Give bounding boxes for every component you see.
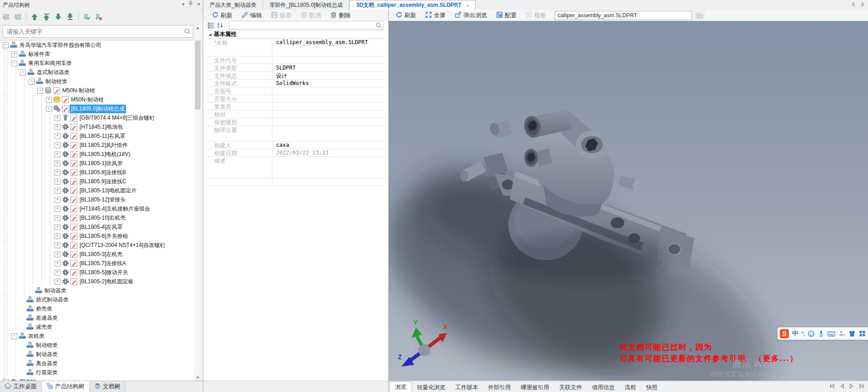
account-icon[interactable] (838, 330, 845, 337)
bottom-tab-home[interactable]: 工作桌面 (0, 381, 42, 392)
keyboard-icon[interactable] (828, 331, 835, 337)
tree-item-label[interactable]: [HT1845.1]电池包 (78, 123, 124, 131)
tree-row[interactable]: 行星架类 (0, 368, 195, 377)
tree-item-label[interactable]: 制动器类 (43, 286, 68, 295)
tree-expander-expand-icon[interactable]: + (55, 124, 60, 130)
viewer-tab[interactable]: 快照 (641, 383, 662, 392)
tree-row[interactable]: +[BL1805-10]右机壳 (0, 213, 195, 222)
tree-expander-expand-icon[interactable]: + (55, 215, 60, 221)
popup-button[interactable]: 弹出浏览 (451, 10, 491, 20)
edit-button[interactable]: 编辑 (237, 10, 266, 20)
tree-expander-expand-icon[interactable]: + (55, 179, 60, 185)
tree-row[interactable]: +[BL1805.7]连接线A (0, 259, 195, 268)
tree-row[interactable]: 鼓式制动器类 (0, 295, 195, 304)
tree-expander-expand-icon[interactable]: + (55, 261, 60, 266)
tree-item-label[interactable]: [BL1805.1]电机(18V) (78, 150, 131, 159)
property-value[interactable]: caxa (272, 141, 385, 149)
tree-row[interactable]: +[QC/T713-2004 NST4×14]自攻螺钉 (0, 241, 195, 250)
viewer-tab[interactable]: 轻量化浏览 (412, 383, 451, 392)
tab-scroll-right-icon[interactable] (861, 2, 865, 8)
tree-item-label[interactable]: 乘用车和商用车类 (27, 59, 73, 68)
tree-item-label[interactable]: [BL1805-3]左机壳 (78, 250, 124, 259)
viewer-tab[interactable]: 流程 (620, 383, 641, 392)
tree-row[interactable]: +[BL1805.8]连接线B (0, 168, 195, 177)
section-header[interactable]: ◢ 基本属性 (207, 30, 385, 39)
tree-item-label[interactable]: [BL1805.7]连接线A (78, 259, 127, 268)
tree-item-label[interactable]: 制动钳类 (44, 77, 69, 86)
tree-row[interactable]: +[BL1805-13]电机固定片 (0, 186, 195, 195)
tree-expander-expand-icon[interactable]: + (55, 133, 60, 139)
property-value[interactable]: calliper_assembly_asm.SLDPRT (272, 39, 385, 56)
property-value[interactable] (272, 95, 385, 102)
tree-item-label[interactable]: 差速器类 (35, 314, 59, 322)
tree-row[interactable]: +[BL1805-12]管接头 (0, 195, 195, 204)
tree-row[interactable]: −制动钳类 (0, 77, 195, 86)
tree-item-label[interactable]: M50N-制动钳 (61, 86, 96, 95)
tree-item-label[interactable]: 行星架类 (35, 368, 59, 377)
property-value[interactable] (272, 118, 385, 126)
scroll-down-icon[interactable]: ▼ (194, 375, 201, 381)
tree-item-label[interactable]: [BL1805-4]左风罩 (78, 223, 124, 231)
tree-row[interactable]: +[BL1805.9]连接线C (0, 177, 195, 186)
property-value[interactable]: 2022/03/22 13:13 (272, 149, 385, 156)
tree-item-label[interactable]: [QC/T713-2004 NST4×14]自攻螺钉 (78, 241, 166, 250)
tree-expander-collapse-icon[interactable]: − (37, 88, 43, 94)
tree-item-label[interactable]: [BL1805.8]连接线B (78, 168, 127, 177)
panel-dropdown-icon[interactable]: ▾ (182, 1, 185, 7)
tree-item-label[interactable]: [BL1805-11]右风罩 (78, 132, 127, 141)
tree-row[interactable]: +[GB/T9074.4 M4×8]三组合螺钉 (0, 113, 195, 122)
tree-expander-expand-icon[interactable]: + (55, 279, 60, 285)
select-all-icon[interactable] (82, 12, 92, 22)
tree-row[interactable]: +[HT1845.4]主机接触片座组合 (0, 204, 195, 213)
tree-row[interactable]: +[BL1805-6]开关推钮 (0, 231, 195, 241)
document-tab[interactable]: 3D文档_calliper_assembly_asm.SLDPRT× (349, 0, 476, 10)
scroll-up-icon[interactable]: ▲ (194, 25, 201, 31)
tree-expander-expand-icon[interactable]: + (55, 188, 60, 194)
tree-row[interactable]: +[BL1805-1]吹风管 (0, 159, 195, 168)
tree-expander-expand-icon[interactable]: + (55, 170, 60, 176)
close-tab-icon[interactable]: × (466, 3, 469, 8)
bottom-tab-tree[interactable]: 产品结构树 (42, 381, 90, 392)
tree-row[interactable]: 制动钳类 (0, 341, 195, 350)
viewer-tab[interactable]: 外部引用 (483, 383, 516, 392)
tree-item-label[interactable]: 制动器类 (35, 350, 59, 359)
tree-row[interactable]: +[BL1805-2]电机固定板 (0, 277, 195, 286)
property-value[interactable]: 设计 (272, 72, 385, 79)
property-value[interactable] (272, 111, 385, 118)
tree-row[interactable]: +[BL1805.1]电机(18V) (0, 150, 195, 159)
tree-row[interactable]: 差速器类 (0, 313, 195, 322)
tree-expander-expand-icon[interactable]: + (46, 97, 52, 103)
tree-expander-collapse-icon[interactable]: − (11, 60, 17, 66)
tree-row[interactable]: 制动器类 (0, 286, 195, 295)
ime-punctuation-toggle[interactable]: °, (802, 331, 804, 337)
search-icon[interactable] (182, 28, 193, 35)
viewer-tab[interactable]: 工作版本 (451, 383, 483, 392)
panel-close-icon[interactable]: ✕ (197, 1, 201, 7)
config-button[interactable]: 配置 (492, 10, 521, 20)
skin-icon[interactable] (848, 330, 856, 337)
property-value[interactable] (272, 103, 385, 110)
tree-row[interactable]: +[BL1805-5]微动开关 (0, 268, 195, 277)
tree-expander-expand-icon[interactable]: + (11, 51, 17, 57)
microphone-icon[interactable] (818, 330, 824, 337)
tree-item-label[interactable]: [BL1805-2]电机固定板 (78, 277, 135, 286)
tree-expander-expand-icon[interactable]: + (55, 197, 60, 203)
tree-expander-expand-icon[interactable]: + (55, 151, 60, 157)
tree-expander-collapse-icon[interactable]: − (20, 70, 26, 75)
tree-item-label[interactable]: [BL1805-6]开关推钮 (78, 232, 130, 241)
tree-item-label[interactable]: 桥壳类 (35, 305, 54, 313)
property-value[interactable] (272, 87, 385, 95)
tree-expander-expand-icon[interactable]: + (55, 161, 60, 166)
property-value[interactable] (272, 56, 385, 64)
viewport-3d[interactable]: Y X Z 此文档可能已过时，因为 它具有可能已更新的文件参考引用。（更多...… (389, 21, 868, 381)
tab-scroll-left-icon[interactable] (851, 2, 855, 8)
toolbox-icon[interactable] (859, 330, 866, 337)
viewer-tab[interactable]: 关联文件 (554, 383, 587, 392)
property-search-input[interactable] (229, 22, 374, 29)
tree-row[interactable]: +[BL1805-3]左机壳 (0, 250, 195, 259)
tree-item-label[interactable]: [GB/T9074.4 M4×8]三组合螺钉 (78, 114, 156, 122)
tree-expander-expand-icon[interactable]: + (55, 206, 60, 212)
tree-scrollbar[interactable]: ▲ ▼ (194, 25, 201, 381)
scroll-thumb[interactable] (195, 40, 201, 110)
tree-collapse-icon[interactable] (1, 12, 11, 22)
